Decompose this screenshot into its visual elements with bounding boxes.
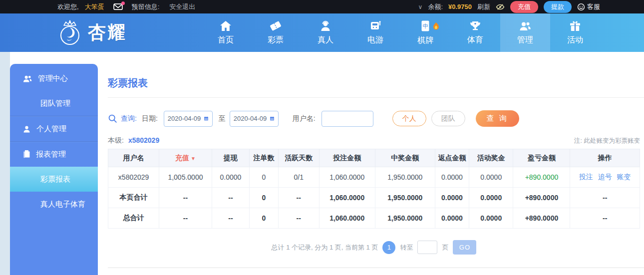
cell-withdraw: -- bbox=[212, 188, 250, 208]
cell-operations: 投注 追号 账变 bbox=[570, 167, 640, 188]
cell-bet-count: 0 bbox=[250, 208, 279, 229]
date-from-input[interactable] bbox=[168, 115, 204, 122]
date-to-field[interactable] bbox=[230, 111, 279, 127]
pagination: 总计 1 个记录, 分为 1 页, 当前第 1 页 1 转至 页 GO bbox=[108, 240, 640, 255]
cell-withdraw: -- bbox=[212, 208, 250, 229]
cell-win-amount: 1,950.0000 bbox=[375, 208, 435, 229]
mahjong-tile-icon: 中 bbox=[421, 20, 430, 32]
search-form: 查询: 日期: 至 用户名: 个人 团队 查 询 bbox=[108, 110, 640, 127]
team-icon bbox=[519, 20, 532, 31]
sidebar-item-team-manage[interactable]: 团队管理 bbox=[10, 91, 98, 116]
op-chase-link[interactable]: 追号 bbox=[598, 173, 612, 181]
nav-label: 体育 bbox=[467, 35, 483, 45]
date-to-input[interactable] bbox=[234, 115, 270, 122]
sidebar-item-label: 彩票报表 bbox=[40, 175, 70, 184]
table-header-row: 用户名 充值▼ 提现 注单数 活跃天数 投注金额 中奖金额 返点金额 活动奖金 … bbox=[108, 149, 640, 167]
nav-item-live[interactable]: 真人 bbox=[301, 13, 350, 52]
sidebar-item-label: 报表管理 bbox=[36, 150, 66, 159]
balance-value: ¥0.9750 bbox=[448, 3, 472, 10]
cell-deposit: 1,005.0000 bbox=[159, 167, 212, 188]
cell-withdraw: 0.0000 bbox=[212, 167, 250, 188]
date-from-field[interactable] bbox=[164, 111, 213, 127]
search-button[interactable]: 查 询 bbox=[476, 110, 519, 127]
topbar: 欢迎您, 大笨蛋 预留信息: 安全退出 ∨ 余额: ¥0.9750 刷新 充值 … bbox=[0, 0, 644, 13]
query-label: 查询: bbox=[121, 114, 137, 123]
col-withdraw: 提现 bbox=[212, 149, 250, 167]
eye-slash-icon[interactable] bbox=[496, 3, 505, 10]
refresh-link[interactable]: 刷新 bbox=[477, 2, 490, 11]
username-input[interactable] bbox=[322, 111, 373, 127]
nav-label: 真人 bbox=[318, 35, 333, 45]
page-title: 彩票报表 bbox=[108, 76, 640, 90]
level-label: 本级: bbox=[108, 136, 124, 145]
users-icon bbox=[22, 74, 32, 83]
sidebar-item-label: 管理中心 bbox=[38, 74, 68, 83]
cell-operations: -- bbox=[570, 208, 640, 229]
sidebar-item-manage-center[interactable]: 管理中心 bbox=[10, 66, 98, 91]
balance-label: 余额: bbox=[428, 2, 443, 11]
go-button[interactable]: GO bbox=[453, 240, 476, 255]
chevron-down-icon[interactable]: ∨ bbox=[418, 3, 423, 10]
cell-bet-count: 0 bbox=[250, 188, 279, 208]
level-value[interactable]: x5802029 bbox=[128, 136, 159, 144]
nav-item-lottery[interactable]: 彩票 bbox=[251, 13, 301, 52]
logout-link[interactable]: 安全退出 bbox=[169, 2, 195, 11]
page-number-input[interactable] bbox=[417, 241, 437, 254]
nav-item-sports[interactable]: 体育 bbox=[450, 13, 500, 52]
nav-label: 棋牌 bbox=[417, 35, 433, 46]
username: 大笨蛋 bbox=[85, 2, 104, 11]
account-change-note: 注: 此处账变为彩票账变 bbox=[574, 137, 640, 145]
nav-item-boardgames[interactable]: 中 棋牌 bbox=[400, 13, 450, 52]
level-row: 本级: x5802029 注: 此处账变为彩票账变 bbox=[108, 136, 640, 145]
sidebar-item-report-manage[interactable]: 报表管理 bbox=[10, 142, 98, 167]
customer-service-button[interactable]: 客服 bbox=[577, 2, 600, 11]
col-operation: 操作 bbox=[570, 149, 640, 167]
mail-icon[interactable] bbox=[113, 3, 123, 10]
withdraw-button[interactable]: 提款 bbox=[544, 1, 572, 13]
col-deposit-sortable[interactable]: 充值▼ bbox=[159, 149, 212, 167]
col-profit-amount: 盈亏金额 bbox=[513, 149, 570, 167]
nav-label: 活动 bbox=[567, 35, 583, 45]
personal-filter-button[interactable]: 个人 bbox=[392, 111, 426, 126]
op-account-change-link[interactable]: 账变 bbox=[617, 173, 631, 181]
gift-icon bbox=[569, 20, 581, 31]
nav-item-activity[interactable]: 活动 bbox=[550, 13, 600, 52]
reserved-info-label: 预留信息: bbox=[132, 2, 160, 11]
pagination-summary: 总计 1 个记录, 分为 1 页, 当前第 1 页 bbox=[272, 243, 378, 252]
main-content: 彩票报表 查询: 日期: 至 用户名: 个人 团队 查 询 本级: x5 bbox=[108, 52, 640, 275]
main-nav: 首页 彩票 真人 电游 中 棋牌 体育 管理 bbox=[201, 13, 600, 52]
date-label: 日期: bbox=[142, 114, 158, 123]
table-row: x5802029 1,005.0000 0.0000 0 0/1 1,060.0… bbox=[108, 167, 640, 188]
navbar: 杏耀 首页 彩票 真人 电游 中 棋牌 体育 bbox=[0, 13, 644, 52]
hot-flame-icon bbox=[432, 22, 440, 30]
col-win-amount: 中奖金额 bbox=[375, 149, 435, 167]
service-label: 客服 bbox=[587, 2, 600, 11]
cell-label: 本页合计 bbox=[108, 188, 159, 208]
sidebar-item-label: 真人电子体育 bbox=[40, 200, 85, 209]
deposit-button[interactable]: 充值 bbox=[510, 1, 538, 13]
title-divider bbox=[108, 97, 644, 98]
nav-item-manage[interactable]: 管理 bbox=[500, 13, 550, 52]
sidebar-item-personal-manage[interactable]: 个人管理 bbox=[10, 116, 98, 141]
lottery-report-table: 用户名 充值▼ 提现 注单数 活跃天数 投注金额 中奖金额 返点金额 活动奖金 … bbox=[108, 149, 640, 229]
team-filter-button[interactable]: 团队 bbox=[431, 111, 465, 126]
brand-logo[interactable]: 杏耀 bbox=[56, 18, 127, 47]
user-icon bbox=[22, 125, 31, 133]
sort-desc-icon: ▼ bbox=[191, 156, 196, 161]
sidebar-item-lottery-report[interactable]: 彩票报表 bbox=[10, 167, 98, 192]
mail-badge bbox=[121, 1, 125, 5]
current-page-button[interactable]: 1 bbox=[382, 241, 395, 254]
home-icon bbox=[220, 20, 232, 31]
cell-active-days: 0/1 bbox=[278, 167, 319, 188]
cell-rebate: 0.0000 bbox=[435, 188, 469, 208]
op-bets-link[interactable]: 投注 bbox=[579, 173, 593, 181]
cell-deposit: -- bbox=[159, 188, 212, 208]
cell-bet-amount: 1,060.0000 bbox=[319, 167, 375, 188]
col-bet-count: 注单数 bbox=[250, 149, 279, 167]
nav-item-home[interactable]: 首页 bbox=[201, 13, 251, 52]
cell-profit: +890.0000 bbox=[513, 167, 570, 188]
sidebar-item-live-esports[interactable]: 真人电子体育 bbox=[10, 192, 98, 217]
nav-item-egames[interactable]: 电游 bbox=[350, 13, 400, 52]
ticket-icon bbox=[269, 20, 282, 31]
bottom-divider bbox=[108, 268, 644, 268]
